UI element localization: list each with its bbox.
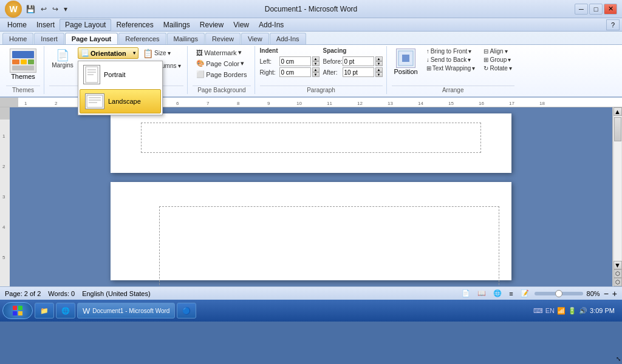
time-display: 3:09 PM: [590, 306, 615, 315]
indent-left-input[interactable]: [279, 56, 311, 66]
menu-mailings[interactable]: Mailings: [159, 19, 195, 30]
full-reading-view[interactable]: 📖: [476, 289, 488, 298]
spacing-after-up[interactable]: ▲: [375, 67, 383, 72]
scroll-up-button[interactable]: ▲: [613, 107, 622, 116]
word-count: Words: 0: [48, 290, 75, 297]
spacing-before-up[interactable]: ▲: [375, 56, 383, 61]
tab-review[interactable]: Review: [205, 33, 241, 44]
tab-page-layout[interactable]: Page Layout: [65, 33, 118, 44]
watermark-icon: 🖼: [196, 49, 203, 56]
document-area: 1 2 3 4 5 ▲ ▼ ⬡ ⬡: [0, 107, 622, 286]
indent-right-up[interactable]: ▲: [312, 67, 320, 72]
group-button[interactable]: ⊞ Group ▾: [481, 56, 514, 64]
draft-view[interactable]: 📝: [519, 289, 531, 298]
menu-review[interactable]: Review: [195, 19, 228, 30]
spacing-after-spin[interactable]: ▲ ▼: [375, 67, 383, 77]
align-button[interactable]: ⊟ Align ▾: [481, 47, 514, 55]
indent-label: Indent: [260, 47, 320, 54]
tab-addins[interactable]: Add-Ins: [270, 33, 306, 44]
spacing-after-input[interactable]: [343, 67, 374, 77]
watermark-button[interactable]: 🖼 Watermark ▾: [193, 47, 245, 58]
spacing-before-down[interactable]: ▼: [375, 61, 383, 66]
page-borders-button[interactable]: ⬜ Page Borders: [193, 69, 250, 79]
indent-left-down[interactable]: ▼: [312, 61, 320, 66]
office-button[interactable]: W: [5, 1, 22, 18]
redo-quick-btn[interactable]: ↪: [50, 4, 60, 14]
text-box-2[interactable]: [159, 206, 499, 286]
bring-front-button[interactable]: ↑ Bring to Front ▾: [424, 47, 478, 55]
margins-button[interactable]: 📄 Margins: [49, 47, 76, 70]
undo-quick-btn[interactable]: ↩: [39, 4, 49, 14]
paragraph-content: Indent Left: ▲ ▼ Right: ▲: [260, 47, 383, 84]
print-layout-view[interactable]: 📄: [460, 289, 472, 298]
zoom-slider[interactable]: [535, 292, 583, 295]
web-layout-view[interactable]: 🌐: [491, 289, 504, 298]
svg-text:5: 5: [2, 255, 5, 260]
rotate-button[interactable]: ↻ Rotate ▾: [481, 64, 514, 72]
start-button[interactable]: [2, 302, 33, 319]
spacing-after-down[interactable]: ▼: [375, 72, 383, 77]
tab-insert[interactable]: Insert: [34, 33, 64, 44]
paragraph-dialog-launcher[interactable]: ⤡: [616, 356, 622, 362]
svg-rect-9: [87, 95, 103, 107]
themes-button[interactable]: Themes: [6, 47, 40, 81]
menu-addins[interactable]: Add-Ins: [254, 19, 289, 30]
scroll-page-up[interactable]: ⬡: [613, 269, 622, 278]
indent-right-down[interactable]: ▼: [312, 72, 320, 77]
page-setup-group: 📄 Margins 📃 Orientation ▾: [46, 46, 188, 94]
portrait-option[interactable]: Portrait: [78, 61, 162, 88]
taskbar-item-3[interactable]: 🔵: [177, 303, 196, 318]
group-arrow: ▾: [508, 56, 511, 63]
indent-right-spin[interactable]: ▲ ▼: [312, 67, 320, 77]
svg-text:1: 1: [24, 101, 27, 106]
taskbar-word[interactable]: W Document1 - Microsoft Word: [77, 303, 175, 318]
page-color-button[interactable]: 🎨 Page Color ▾: [193, 58, 248, 69]
zoom-thumb[interactable]: [555, 290, 562, 297]
indent-right-input[interactable]: [279, 67, 311, 77]
page-bg-content: 🖼 Watermark ▾ 🎨 Page Color ▾ ⬜ Page Bord…: [193, 47, 250, 84]
taskbar-browser[interactable]: 🌐: [56, 303, 75, 318]
position-button[interactable]: Position: [392, 47, 420, 76]
menu-page-layout[interactable]: Page Layout: [60, 19, 111, 31]
landscape-option[interactable]: Landscape: [80, 89, 161, 113]
orientation-popup: Portrait: [78, 61, 163, 115]
send-back-icon: ↓: [426, 56, 429, 63]
tab-mailings[interactable]: Mailings: [167, 33, 205, 44]
system-tray: ⌨ EN 📶 🔋 🔊 3:09 PM: [528, 302, 620, 319]
text-wrapping-button[interactable]: ⊞ Text Wrapping ▾: [424, 64, 478, 72]
svg-text:16: 16: [479, 101, 484, 106]
menu-view[interactable]: View: [228, 19, 254, 30]
tab-view[interactable]: View: [241, 33, 269, 44]
menu-references[interactable]: References: [111, 19, 158, 30]
status-bar: Page: 2 of 2 Words: 0 English (United St…: [0, 286, 622, 300]
zoom-out-button[interactable]: −: [604, 289, 609, 298]
themes-group-label: Themes: [6, 86, 40, 94]
size-button[interactable]: 📋 Size ▾: [140, 47, 183, 59]
menu-insert[interactable]: Insert: [32, 19, 60, 30]
tab-references[interactable]: References: [118, 33, 166, 44]
scroll-thumb[interactable]: [614, 117, 621, 141]
rotate-arrow: ▾: [509, 65, 512, 72]
scroll-down-button[interactable]: ▼: [613, 261, 622, 269]
indent-left-spin[interactable]: ▲ ▼: [312, 56, 320, 66]
text-box-1[interactable]: [141, 123, 481, 153]
minimize-button[interactable]: ─: [575, 4, 588, 15]
save-quick-btn[interactable]: 💾: [24, 4, 37, 14]
zoom-in-button[interactable]: +: [612, 289, 617, 298]
help-button[interactable]: ?: [606, 19, 620, 30]
maximize-button[interactable]: □: [589, 4, 603, 15]
svg-text:3: 3: [2, 194, 5, 200]
orientation-button[interactable]: 📃 Orientation ▾: [78, 47, 138, 59]
scroll-page-down[interactable]: ⬡: [613, 278, 622, 286]
send-back-button[interactable]: ↓ Send to Back ▾: [424, 56, 478, 64]
scroll-track[interactable]: [614, 116, 621, 261]
dropdown-quick-btn[interactable]: ▾: [62, 4, 69, 14]
menu-home[interactable]: Home: [2, 19, 32, 30]
taskbar-explorer[interactable]: 📁: [35, 303, 54, 318]
indent-left-up[interactable]: ▲: [312, 56, 320, 61]
close-button[interactable]: ✕: [604, 4, 617, 15]
tab-home[interactable]: Home: [2, 33, 33, 44]
spacing-before-spin[interactable]: ▲ ▼: [375, 56, 383, 66]
spacing-before-input[interactable]: [343, 56, 374, 66]
outline-view[interactable]: ≡: [507, 289, 514, 298]
